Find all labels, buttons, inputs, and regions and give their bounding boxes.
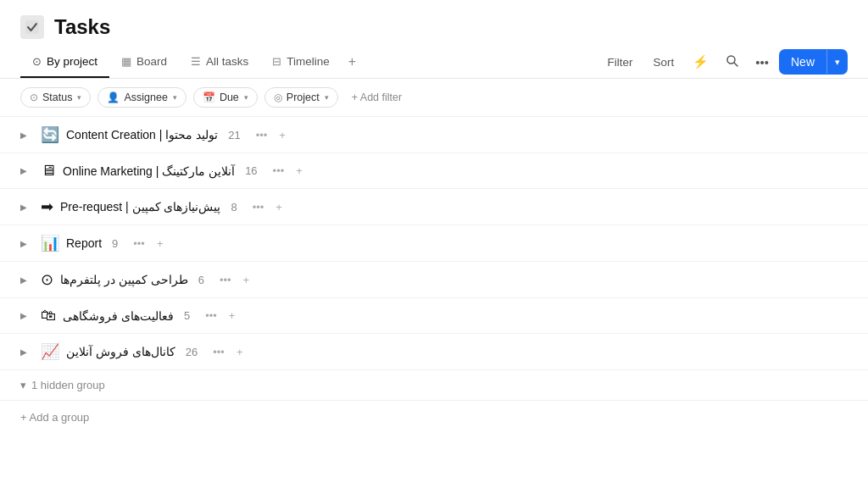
group-actions-online-sales: ••• +: [209, 344, 246, 360]
group-count-report: 9: [112, 237, 118, 250]
timeline-icon: ⊟: [272, 55, 281, 68]
group-more-campaign-design[interactable]: •••: [216, 272, 235, 288]
group-name-pre-request: Pre-request | پیش‌نیازهای کمپین: [60, 200, 220, 214]
page-header: Tasks: [0, 0, 868, 46]
group-row-campaign-design[interactable]: ▶ ⊙ طراحی کمپین در پلتفرم‌ها 6 ••• +: [0, 262, 868, 298]
hidden-group-label: 1 hidden group: [31, 379, 105, 391]
group-more-retail[interactable]: •••: [202, 308, 220, 324]
group-more-pre-request[interactable]: •••: [249, 199, 268, 215]
nav-all-tasks-label: All tasks: [206, 55, 248, 68]
group-name-content-creation: Content Creation | تولید محتوا: [66, 128, 218, 141]
group-more-content-creation[interactable]: •••: [253, 127, 271, 143]
due-arrow: ▾: [244, 93, 248, 102]
group-actions-campaign-design: ••• +: [216, 272, 253, 288]
expand-icon-online-marketing[interactable]: ▶: [20, 166, 34, 175]
project-filter[interactable]: ◎ Project ▾: [264, 87, 338, 108]
new-button[interactable]: New ▾: [779, 49, 848, 75]
group-row-online-sales[interactable]: ▶ 📈 کانال‌های فروش آنلاین 26 ••• +: [0, 334, 868, 370]
svg-line-2: [734, 63, 737, 66]
nav-all-tasks[interactable]: ☰ All tasks: [179, 47, 260, 78]
group-emoji-retail: 🛍: [41, 307, 56, 324]
filter-button[interactable]: Filter: [598, 51, 641, 74]
lightning-button[interactable]: ⚡: [686, 49, 715, 75]
by-project-icon: ⊙: [32, 55, 42, 68]
group-count-online-marketing: 16: [245, 164, 257, 177]
expand-icon-content-creation[interactable]: ▶: [20, 130, 34, 140]
hidden-group[interactable]: ▾ 1 hidden group: [0, 370, 868, 401]
assignee-filter[interactable]: 👤 Assignee ▾: [97, 87, 186, 108]
group-actions-report: ••• +: [130, 236, 166, 252]
group-count-content-creation: 21: [228, 129, 240, 141]
group-row-pre-request[interactable]: ▶ ➡ Pre-request | پیش‌نیازهای کمپین 8 ••…: [0, 189, 868, 225]
due-filter[interactable]: 📅 Due ▾: [193, 87, 258, 108]
nav-add-view[interactable]: +: [342, 46, 363, 78]
group-row-content-creation[interactable]: ▶ 🔄 Content Creation | تولید محتوا 21 ••…: [0, 117, 868, 153]
group-actions-pre-request: ••• +: [249, 199, 286, 215]
page-title: Tasks: [54, 15, 110, 39]
group-add-campaign-design[interactable]: +: [240, 272, 253, 288]
group-add-report[interactable]: +: [153, 236, 167, 252]
group-emoji-online-sales: 📈: [41, 342, 59, 361]
new-button-label: New: [779, 49, 826, 75]
due-label: Due: [220, 92, 239, 103]
tasks-icon: [20, 15, 44, 39]
nav-by-project[interactable]: ⊙ By project: [20, 47, 109, 78]
new-btn-dropdown-arrow[interactable]: ▾: [827, 51, 848, 74]
expand-icon-pre-request[interactable]: ▶: [20, 202, 34, 212]
all-tasks-icon: ☰: [191, 55, 201, 68]
status-filter[interactable]: ⊙ Status ▾: [20, 87, 91, 108]
board-icon: ▦: [121, 55, 131, 68]
more-options-button[interactable]: •••: [748, 50, 776, 75]
nav-board-label: Board: [136, 55, 167, 68]
group-add-pre-request[interactable]: +: [272, 199, 286, 215]
group-more-report[interactable]: •••: [130, 236, 148, 252]
expand-icon-retail[interactable]: ▶: [20, 311, 34, 320]
group-count-online-sales: 26: [186, 346, 198, 358]
group-add-online-sales[interactable]: +: [233, 344, 247, 360]
group-row-retail[interactable]: ▶ 🛍 فعالیت‌های فروشگاهی 5 ••• +: [0, 298, 868, 334]
add-filter-button[interactable]: + Add filter: [345, 88, 409, 107]
due-icon: 📅: [203, 92, 215, 103]
group-actions-retail: ••• +: [202, 308, 238, 324]
group-name-campaign-design: طراحی کمپین در پلتفرم‌ها: [60, 273, 188, 286]
search-button[interactable]: [719, 49, 745, 75]
group-emoji-content-creation: 🔄: [41, 125, 59, 144]
group-more-online-marketing[interactable]: •••: [270, 163, 288, 179]
expand-icon-report[interactable]: ▶: [20, 239, 34, 248]
nav-timeline-label: Timeline: [287, 55, 330, 68]
group-add-online-marketing[interactable]: +: [292, 163, 306, 179]
navigation: ⊙ By project ▦ Board ☰ All tasks ⊟ Timel…: [0, 46, 868, 79]
group-more-online-sales[interactable]: •••: [209, 344, 228, 360]
status-arrow: ▾: [77, 93, 81, 102]
group-emoji-report: 📊: [41, 234, 59, 252]
group-name-report: Report: [66, 236, 102, 250]
group-row-online-marketing[interactable]: ▶ 🖥 Online Marketing | آنلاین مارکتینگ 1…: [0, 153, 868, 189]
sort-button[interactable]: Sort: [644, 51, 682, 74]
nav-timeline[interactable]: ⊟ Timeline: [260, 47, 342, 78]
status-icon: ⊙: [30, 92, 38, 103]
add-group-button[interactable]: + Add a group: [0, 401, 868, 434]
assignee-icon: 👤: [107, 92, 120, 103]
group-count-pre-request: 8: [231, 201, 236, 214]
project-icon: ◎: [274, 92, 282, 103]
group-count-campaign-design: 6: [198, 274, 204, 286]
group-count-retail: 5: [184, 309, 190, 322]
group-row-report[interactable]: ▶ 📊 Report 9 ••• +: [0, 225, 868, 262]
assignee-arrow: ▾: [173, 93, 177, 102]
expand-icon-campaign-design[interactable]: ▶: [20, 275, 34, 285]
nav-board[interactable]: ▦ Board: [109, 47, 179, 78]
group-emoji-campaign-design: ⊙: [41, 270, 53, 289]
group-name-online-sales: کانال‌های فروش آنلاین: [66, 345, 175, 358]
group-add-retail[interactable]: +: [225, 308, 239, 324]
group-name-online-marketing: Online Marketing | آنلاین مارکتینگ: [63, 164, 235, 178]
status-label: Status: [42, 92, 72, 103]
group-add-content-creation[interactable]: +: [275, 127, 289, 143]
expand-icon-online-sales[interactable]: ▶: [20, 347, 34, 357]
project-label: Project: [287, 92, 320, 103]
nav-right-actions: Filter Sort ⚡ ••• New ▾: [598, 49, 848, 75]
filter-bar: ⊙ Status ▾ 👤 Assignee ▾ 📅 Due ▾ ◎ Projec…: [0, 79, 868, 117]
hidden-group-icon: ▾: [20, 379, 26, 391]
group-list: ▶ 🔄 Content Creation | تولید محتوا 21 ••…: [0, 117, 868, 370]
project-arrow: ▾: [325, 93, 329, 102]
group-actions-online-marketing: ••• +: [270, 163, 306, 179]
